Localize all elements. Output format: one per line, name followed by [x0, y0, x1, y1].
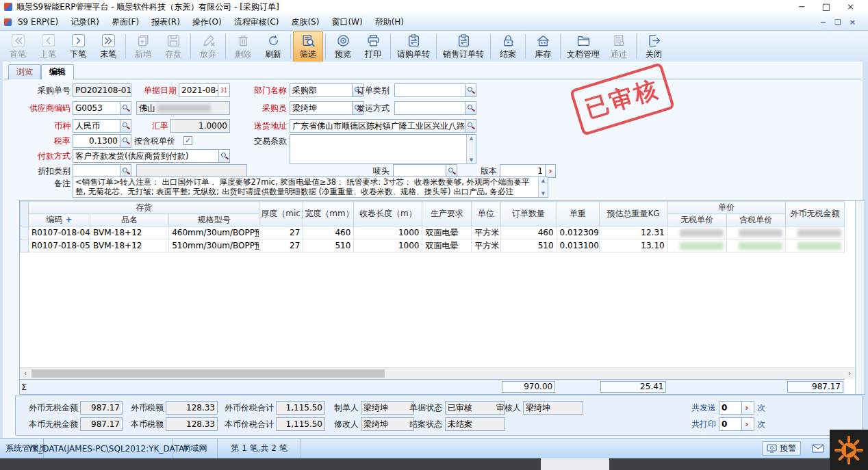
- toolbar-button-req-transfer[interactable]: 请购单转: [393, 31, 434, 62]
- address-field[interactable]: 广东省佛山市顺德区陈村镇广隆工业区兴业八路9号之一: [290, 119, 476, 133]
- col-header-width[interactable]: 宽度（mm）: [303, 202, 354, 226]
- cell-price-no-tax[interactable]: [667, 239, 726, 252]
- close-button[interactable]: ×: [847, 1, 854, 13]
- mdi-close-button[interactable]: ×: [850, 18, 856, 27]
- rate-field[interactable]: 1.0000: [170, 119, 230, 133]
- col-header-prod-req[interactable]: 生产要求: [422, 202, 472, 226]
- lookup-icon[interactable]: [218, 150, 229, 162]
- pin-icon[interactable]: +: [65, 215, 72, 224]
- hscroll-thumb[interactable]: [31, 369, 385, 378]
- toolbar-button-inventory[interactable]: 库存: [528, 31, 558, 62]
- cell-unit-weight[interactable]: 0.0131000: [557, 239, 599, 252]
- cell-spec[interactable]: 460mm/30um/BOPP预涂触...: [169, 226, 259, 239]
- col-header-unit[interactable]: 单位: [472, 202, 500, 226]
- toolbar-button-refresh[interactable]: 刷新: [258, 31, 288, 62]
- tax-rate-field[interactable]: 0.1300: [73, 134, 131, 148]
- col-header-name[interactable]: 品名: [90, 214, 169, 226]
- menu-item-help[interactable]: 帮助(H): [369, 14, 410, 30]
- supplier-code-field[interactable]: G0053: [73, 101, 131, 115]
- cell-qty[interactable]: 460: [500, 226, 557, 239]
- spinner-icon[interactable]: ›: [545, 165, 555, 177]
- lookup-icon[interactable]: [120, 165, 131, 177]
- scroll-right-icon[interactable]: ›: [844, 369, 855, 378]
- cell-prod-req[interactable]: 双面电晕: [422, 226, 472, 239]
- cell-foreign-amount[interactable]: [785, 239, 844, 252]
- payment-field[interactable]: 客户齐款发货(供应商货到付款): [73, 149, 230, 163]
- col-header-price-no-tax[interactable]: 无税单价: [667, 214, 726, 226]
- toolbar-button-last[interactable]: 末笔: [93, 31, 123, 62]
- cell-prod-req[interactable]: 双面电晕: [422, 239, 472, 252]
- grid-hscrollbar[interactable]: ‹ ›: [20, 367, 855, 379]
- cell-qty[interactable]: 510: [500, 239, 557, 252]
- col-header-spec[interactable]: 规格型号: [169, 214, 259, 226]
- tab-browse[interactable]: 浏览: [8, 64, 41, 79]
- printed-count-field[interactable]: 0›: [719, 417, 754, 431]
- maximize-button[interactable]: □: [822, 1, 830, 13]
- minimize-button[interactable]: −: [798, 1, 806, 13]
- col-header-length[interactable]: 收卷长度（m）: [354, 202, 422, 226]
- cell-name[interactable]: BVM-18+12: [90, 239, 169, 252]
- supplier-name-field[interactable]: 佛山: [136, 101, 230, 115]
- menu-item-workflow-audit[interactable]: 流程审核(C): [228, 14, 285, 30]
- cell-est-weight[interactable]: 12.31: [599, 226, 667, 239]
- toolbar-button-close[interactable]: 关闭: [639, 31, 669, 62]
- lookup-icon[interactable]: [120, 135, 131, 147]
- mail-icon[interactable]: [812, 444, 824, 453]
- cell-price-tax[interactable]: [726, 226, 785, 239]
- cell-unit-weight[interactable]: 0.0123096: [557, 226, 599, 239]
- calendar-icon[interactable]: 31: [218, 84, 229, 96]
- tab-edit[interactable]: 编辑: [41, 64, 74, 79]
- col-header-unit-weight[interactable]: 单重: [557, 202, 599, 226]
- cell-est-weight[interactable]: 13.10: [599, 239, 667, 252]
- cell-name[interactable]: BVM-18+12: [90, 226, 169, 239]
- row-indicator[interactable]: [21, 226, 29, 239]
- remark-field[interactable]: <销售订单>转入注意： 出口国外订单， 厚度要够27mic, 胶面电晕值≥38；…: [73, 177, 548, 198]
- cell-code[interactable]: R0107-018-0510-...: [29, 239, 90, 252]
- col-header-est-weight[interactable]: 预估总重量KG: [599, 202, 667, 226]
- cell-foreign-amount[interactable]: [785, 226, 844, 239]
- menu-item-s9-erp[interactable]: S9 ERP(E): [12, 14, 64, 30]
- cell-price-no-tax[interactable]: [667, 226, 726, 239]
- cell-thickness[interactable]: 27: [259, 239, 303, 252]
- toolbar-button-print[interactable]: 打印: [358, 31, 388, 62]
- lookup-icon[interactable]: [465, 120, 476, 132]
- cell-unit[interactable]: 平方米: [472, 239, 500, 252]
- toolbar-button-doc-manage[interactable]: 文档管理: [563, 31, 604, 62]
- currency-field[interactable]: 人民币: [73, 119, 131, 133]
- menu-item-skin[interactable]: 皮肤(S): [285, 14, 325, 30]
- col-header-foreign-amount[interactable]: 外币无税金额: [785, 202, 844, 226]
- order-type-field[interactable]: [394, 83, 476, 97]
- scroll-up-icon[interactable]: ▲: [541, 178, 545, 183]
- scroll-down-icon[interactable]: ▼: [470, 157, 473, 163]
- col-header-code[interactable]: 编码 +: [29, 214, 90, 226]
- spinner-icon[interactable]: ›: [741, 402, 752, 414]
- floating-logo-widget[interactable]: [830, 430, 868, 470]
- ship-method-field[interactable]: [394, 101, 476, 115]
- grid-vscrollbar[interactable]: [855, 201, 865, 394]
- menu-item-interface[interactable]: 界面(F): [105, 14, 145, 30]
- cell-length[interactable]: 1000: [354, 226, 422, 239]
- col-header-thickness[interactable]: 厚度（mic）: [259, 202, 303, 226]
- toolbar-button-sales-transfer[interactable]: 销售订单转: [439, 31, 488, 62]
- mdi-minimize-button[interactable]: −: [820, 18, 826, 27]
- lookup-icon[interactable]: [120, 102, 131, 114]
- cell-width[interactable]: 460: [303, 226, 354, 239]
- col-header-price-tax[interactable]: 含税单价: [726, 214, 785, 226]
- textarea-scrollbar[interactable]: ▲▼: [538, 177, 548, 197]
- cell-thickness[interactable]: 27: [259, 226, 303, 239]
- toolbar-button-filter[interactable]: 筛选: [293, 31, 323, 62]
- cell-length[interactable]: 1000: [354, 239, 422, 252]
- cell-code[interactable]: R0107-018-0460-...: [29, 226, 90, 239]
- discount-field[interactable]: [73, 164, 131, 178]
- trade-terms-field[interactable]: ▲▼: [290, 134, 476, 164]
- menu-item-operation[interactable]: 操作(O): [186, 14, 228, 30]
- alert-button[interactable]: 预警: [762, 441, 801, 456]
- menu-item-window[interactable]: 窗口(W): [325, 14, 368, 30]
- doc-date-field[interactable]: 2021-08-0431: [179, 83, 230, 97]
- scroll-up-icon[interactable]: ▲: [470, 135, 473, 141]
- discount-name-field[interactable]: [136, 164, 247, 178]
- lookup-icon[interactable]: [465, 84, 476, 96]
- mdi-restore-button[interactable]: ❏: [834, 18, 841, 27]
- menu-item-record[interactable]: 记录(R): [64, 14, 105, 30]
- lookup-icon[interactable]: [465, 102, 476, 114]
